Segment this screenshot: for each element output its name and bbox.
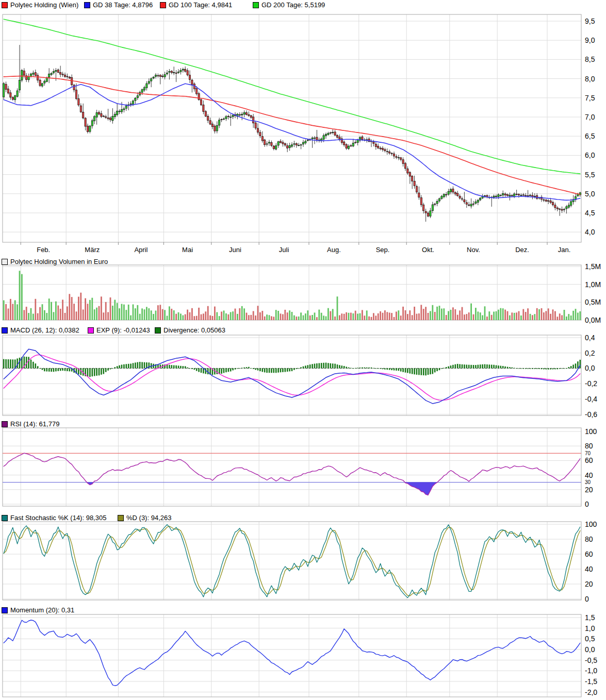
legend-gd38-label: GD 38 Tage: 4,8796 [93,1,153,9]
gd38-color-swatch [84,2,90,8]
gd100-color-swatch [160,2,166,8]
svg-text:-1,5: -1,5 [585,677,597,686]
legend-stochastic-d: %D (3): 94,263 [118,514,171,522]
svg-text:1,0: 1,0 [585,624,595,632]
svg-text:20: 20 [585,580,593,588]
svg-text:0: 0 [585,500,589,508]
svg-text:Dez.: Dez. [515,246,529,254]
svg-text:4,5: 4,5 [585,209,595,217]
legend-price-series: Polytec Holding (Wien) [2,1,78,9]
svg-text:-2,0: -2,0 [585,688,597,696]
legend-volume-label: Polytec Holding Volumen in Euro [10,258,108,265]
macd-color-swatch [2,327,8,334]
svg-text:8,0: 8,0 [585,75,595,83]
svg-text:Feb.: Feb. [37,246,50,254]
svg-text:Sep.: Sep. [376,246,390,254]
svg-text:0,0: 0,0 [585,645,595,654]
svg-text:4,0: 4,0 [585,228,595,236]
svg-text:80: 80 [585,535,593,543]
svg-text:0,5M: 0,5M [585,298,601,306]
svg-text:1,0M: 1,0M [585,280,601,289]
svg-text:Mai: Mai [182,246,193,254]
svg-text:Nov.: Nov. [467,246,480,254]
svg-text:April: April [134,246,148,254]
legend-price-series-label: Polytec Holding (Wien) [10,1,78,9]
panel-stoch: 100806040200 [3,520,597,603]
legend-momentum: Momentum (20): 0,31 [2,606,74,614]
svg-text:0,5: 0,5 [585,635,595,643]
svg-text:5,5: 5,5 [585,171,595,179]
panel-price: 9,59,08,58,07,57,06,56,05,55,04,54,0Feb.… [3,14,595,254]
legend-gd100: GD 100 Tage: 4,9841 [160,1,232,9]
panel-rsi: 1008060402007030 [3,427,597,508]
ma-line-gd200 [4,19,580,174]
momentum-line [4,620,580,686]
svg-text:30: 30 [585,479,591,485]
volume-color-swatch [2,259,8,265]
svg-text:7,5: 7,5 [585,94,595,102]
stochastic-k-color-swatch [2,515,8,521]
gd200-color-swatch [253,2,259,8]
svg-text:7,0: 7,0 [585,113,595,121]
legend-volume: Polytec Holding Volumen in Euro [2,258,108,265]
svg-text:40: 40 [585,471,593,479]
ma-line-gd38 [4,84,580,200]
svg-text:-0,4: -0,4 [585,395,597,403]
legend-momentum-label: Momentum (20): 0,31 [10,606,74,614]
svg-text:0,2: 0,2 [585,349,595,357]
svg-text:20: 20 [585,486,593,494]
svg-text:9,5: 9,5 [585,17,595,25]
legend-stochastic-k: Fast Stochastic %K (14): 98,305 [2,514,106,522]
rsi-color-swatch [2,421,8,427]
svg-text:0,0: 0,0 [585,364,595,372]
series-color-swatch [2,2,8,8]
svg-text:6,0: 6,0 [585,151,595,159]
legend-macd-label: MACD (26, 12): 0,0382 [10,326,79,334]
legend-macd-exp: EXP (9): -0,01243 [88,326,150,334]
svg-text:60: 60 [585,456,593,464]
legend-gd200: GD 200 Tage: 5,5199 [253,1,325,9]
legend-macd-divergence-label: Divergence: 0,05063 [163,326,225,334]
svg-text:Aug.: Aug. [327,246,341,254]
rsi-line [4,453,580,495]
legend-gd100-label: GD 100 Tage: 4,9841 [169,1,232,9]
legend-stochastic-k-label: Fast Stochastic %K (14): 98,305 [10,514,106,522]
stochastic-d-line [4,526,580,596]
svg-text:100: 100 [585,520,597,528]
panel-macd: 0,40,20,0-0,2-0,4-0,6 [3,334,597,419]
legend-macd-exp-label: EXP (9): -0,01243 [96,326,150,334]
legend-gd38: GD 38 Tage: 4,8796 [84,1,153,9]
svg-text:80: 80 [585,442,593,450]
macd-divergence-color-swatch [155,327,161,334]
svg-text:Jan.: Jan. [558,246,571,254]
legend-rsi: RSI (14): 61,779 [2,420,59,428]
svg-text:-0,5: -0,5 [585,656,597,664]
svg-text:1,5M: 1,5M [585,262,601,271]
svg-text:70: 70 [585,451,591,456]
legend-macd-divergence: Divergence: 0,05063 [155,326,225,334]
svg-text:8,5: 8,5 [585,55,595,63]
svg-text:0,0M: 0,0M [585,316,601,324]
legend-stochastic-d-label: %D (3): 94,263 [126,514,171,522]
svg-text:-1,0: -1,0 [585,666,597,675]
svg-text:-0,2: -0,2 [585,379,597,388]
legend-macd: MACD (26, 12): 0,0382 [2,326,79,334]
stochastic-k-line [4,525,580,598]
svg-text:5,0: 5,0 [585,190,595,198]
panel-volume: 1,5M1,0M0,5M0,0M [3,262,601,324]
svg-text:-0,6: -0,6 [585,410,597,419]
ma-line-gd100 [4,76,580,194]
stochastic-d-color-swatch [118,515,124,521]
svg-text:Juli: Juli [279,246,289,254]
polytec-stock-chart-page: 9,59,08,58,07,57,06,56,05,55,04,54,0Feb.… [0,0,606,700]
chart-canvas: 9,59,08,58,07,57,06,56,05,55,04,54,0Feb.… [0,0,606,700]
svg-text:Okt.: Okt. [422,246,434,254]
macd-exp-color-swatch [88,327,94,334]
svg-text:Juni: Juni [229,246,241,254]
svg-text:6,5: 6,5 [585,132,595,140]
svg-text:40: 40 [585,565,593,573]
svg-text:0: 0 [585,595,589,603]
svg-text:9,0: 9,0 [585,36,595,44]
svg-text:März: März [85,246,100,254]
legend-rsi-label: RSI (14): 61,779 [10,420,59,428]
